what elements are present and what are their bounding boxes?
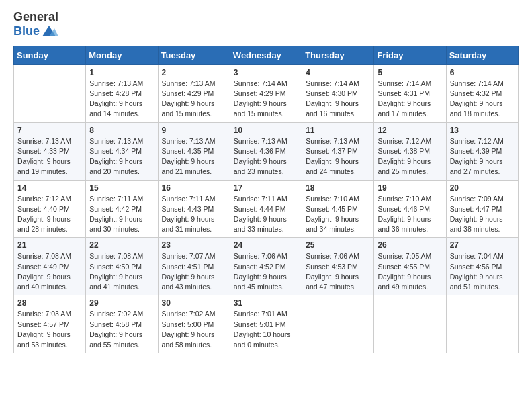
calendar-cell: 23Sunrise: 7:07 AMSunset: 4:51 PMDayligh… (158, 238, 230, 295)
sunset-text: Sunset: 4:53 PM (306, 263, 358, 271)
day-number: 16 (162, 183, 226, 193)
sunset-text: Sunset: 4:28 PM (89, 89, 142, 97)
calendar-cell: 22Sunrise: 7:08 AMSunset: 4:50 PMDayligh… (86, 238, 158, 295)
cell-content: Sunrise: 7:09 AMSunset: 4:47 PMDaylight:… (450, 194, 515, 235)
calendar-cell: 13Sunrise: 7:12 AMSunset: 4:39 PMDayligh… (446, 122, 518, 180)
daylight-line2: and 51 minutes. (450, 283, 500, 291)
calendar-header-row: SundayMondayTuesdayWednesdayThursdayFrid… (14, 46, 519, 64)
daylight-line2: and 55 minutes. (89, 340, 140, 349)
sunrise-text: Sunrise: 7:13 AM (89, 79, 143, 87)
sunset-text: Sunset: 4:46 PM (378, 205, 430, 213)
daylight-line2: and 17 minutes. (378, 109, 428, 118)
daylight-line2: and 20 minutes. (89, 167, 140, 175)
daylight-line1: Daylight: 9 hours (162, 273, 215, 281)
sunrise-text: Sunrise: 7:07 AM (162, 252, 216, 260)
calendar-week-row: 21Sunrise: 7:08 AMSunset: 4:49 PMDayligh… (14, 238, 519, 295)
sunrise-text: Sunrise: 7:11 AM (234, 195, 287, 203)
sunrise-text: Sunrise: 7:10 AM (306, 195, 359, 203)
calendar-cell: 14Sunrise: 7:12 AMSunset: 4:40 PMDayligh… (14, 180, 86, 238)
sunrise-text: Sunrise: 7:03 AM (17, 310, 71, 318)
calendar-cell: 12Sunrise: 7:12 AMSunset: 4:38 PMDayligh… (374, 122, 446, 180)
sunrise-text: Sunrise: 7:13 AM (162, 79, 216, 87)
daylight-line2: and 14 minutes. (89, 109, 140, 118)
sunset-text: Sunset: 4:50 PM (89, 263, 142, 271)
daylight-line1: Daylight: 9 hours (378, 157, 431, 165)
logo-icon (40, 24, 58, 39)
day-number: 19 (378, 183, 442, 193)
sunrise-text: Sunrise: 7:14 AM (378, 79, 431, 87)
sunset-text: Sunset: 4:44 PM (234, 205, 286, 213)
daylight-line1: Daylight: 9 hours (17, 330, 71, 338)
sunrise-text: Sunrise: 7:14 AM (306, 79, 359, 87)
cell-content: Sunrise: 7:02 AMSunset: 5:00 PMDaylight:… (162, 309, 226, 350)
sunset-text: Sunset: 4:29 PM (162, 89, 214, 97)
day-number: 29 (89, 298, 154, 308)
calendar-week-row: 1Sunrise: 7:13 AMSunset: 4:28 PMDaylight… (14, 64, 519, 122)
sunrise-text: Sunrise: 7:09 AM (450, 195, 504, 203)
sunrise-text: Sunrise: 7:05 AM (378, 252, 431, 260)
sunrise-text: Sunrise: 7:08 AM (89, 252, 143, 260)
day-number: 20 (450, 183, 515, 193)
calendar-cell (302, 295, 374, 353)
sunset-text: Sunset: 4:34 PM (89, 147, 142, 155)
calendar-cell: 5Sunrise: 7:14 AMSunset: 4:31 PMDaylight… (374, 64, 446, 122)
daylight-line1: Daylight: 9 hours (162, 330, 215, 338)
calendar-cell: 21Sunrise: 7:08 AMSunset: 4:49 PMDayligh… (14, 238, 86, 295)
calendar-cell: 3Sunrise: 7:14 AMSunset: 4:29 PMDaylight… (230, 64, 302, 122)
sunset-text: Sunset: 4:49 PM (17, 263, 70, 271)
day-number: 14 (17, 183, 82, 193)
calendar-cell: 30Sunrise: 7:02 AMSunset: 5:00 PMDayligh… (158, 295, 230, 353)
sunset-text: Sunset: 4:35 PM (162, 147, 214, 155)
sunrise-text: Sunrise: 7:11 AM (89, 195, 143, 203)
sunset-text: Sunset: 4:39 PM (450, 147, 502, 155)
day-number: 8 (89, 126, 154, 135)
daylight-line2: and 41 minutes. (89, 283, 140, 291)
sunrise-text: Sunrise: 7:06 AM (306, 252, 359, 260)
daylight-line1: Daylight: 9 hours (450, 215, 503, 223)
day-of-week-header: Sunday (14, 46, 86, 64)
daylight-line2: and 0 minutes. (234, 340, 280, 349)
calendar-cell: 1Sunrise: 7:13 AMSunset: 4:28 PMDaylight… (86, 64, 158, 122)
daylight-line1: Daylight: 9 hours (450, 273, 503, 281)
day-number: 4 (306, 68, 370, 77)
sunset-text: Sunset: 4:30 PM (306, 89, 358, 97)
sunrise-text: Sunrise: 7:12 AM (17, 195, 71, 203)
calendar-cell (14, 64, 86, 122)
daylight-line2: and 31 minutes. (162, 225, 212, 233)
calendar-cell: 6Sunrise: 7:14 AMSunset: 4:32 PMDaylight… (446, 64, 518, 122)
day-number: 12 (378, 126, 442, 135)
daylight-line1: Daylight: 9 hours (17, 215, 71, 223)
calendar-table: SundayMondayTuesdayWednesdayThursdayFrid… (13, 46, 519, 353)
sunrise-text: Sunrise: 7:13 AM (89, 137, 143, 145)
calendar-cell (374, 295, 446, 353)
daylight-line2: and 15 minutes. (162, 109, 212, 118)
cell-content: Sunrise: 7:12 AMSunset: 4:38 PMDaylight:… (378, 136, 442, 177)
sunrise-text: Sunrise: 7:13 AM (306, 137, 359, 145)
sunset-text: Sunset: 4:55 PM (378, 263, 430, 271)
sunrise-text: Sunrise: 7:14 AM (234, 79, 287, 87)
daylight-line1: Daylight: 9 hours (17, 157, 71, 165)
sunrise-text: Sunrise: 7:13 AM (234, 137, 287, 145)
daylight-line2: and 47 minutes. (306, 283, 356, 291)
page: General Blue SundayMondayTuesdayWednesda… (0, 0, 532, 367)
cell-content: Sunrise: 7:12 AMSunset: 4:39 PMDaylight:… (450, 136, 515, 177)
day-number: 24 (234, 240, 298, 250)
sunset-text: Sunset: 5:00 PM (162, 320, 214, 328)
day-of-week-header: Friday (374, 46, 446, 64)
daylight-line1: Daylight: 9 hours (162, 215, 215, 223)
daylight-line2: and 18 minutes. (450, 109, 500, 118)
day-number: 31 (234, 298, 298, 308)
daylight-line2: and 25 minutes. (378, 167, 428, 175)
cell-content: Sunrise: 7:03 AMSunset: 4:57 PMDaylight:… (17, 309, 82, 350)
calendar-cell: 19Sunrise: 7:10 AMSunset: 4:46 PMDayligh… (374, 180, 446, 238)
day-number: 2 (162, 68, 226, 77)
sunrise-text: Sunrise: 7:11 AM (162, 195, 216, 203)
cell-content: Sunrise: 7:11 AMSunset: 4:44 PMDaylight:… (234, 194, 298, 235)
daylight-line1: Daylight: 9 hours (450, 157, 503, 165)
calendar-cell: 20Sunrise: 7:09 AMSunset: 4:47 PMDayligh… (446, 180, 518, 238)
cell-content: Sunrise: 7:08 AMSunset: 4:50 PMDaylight:… (89, 251, 154, 292)
day-number: 22 (89, 240, 154, 250)
day-of-week-header: Tuesday (158, 46, 230, 64)
daylight-line1: Daylight: 9 hours (234, 157, 287, 165)
sunset-text: Sunset: 4:43 PM (162, 205, 214, 213)
